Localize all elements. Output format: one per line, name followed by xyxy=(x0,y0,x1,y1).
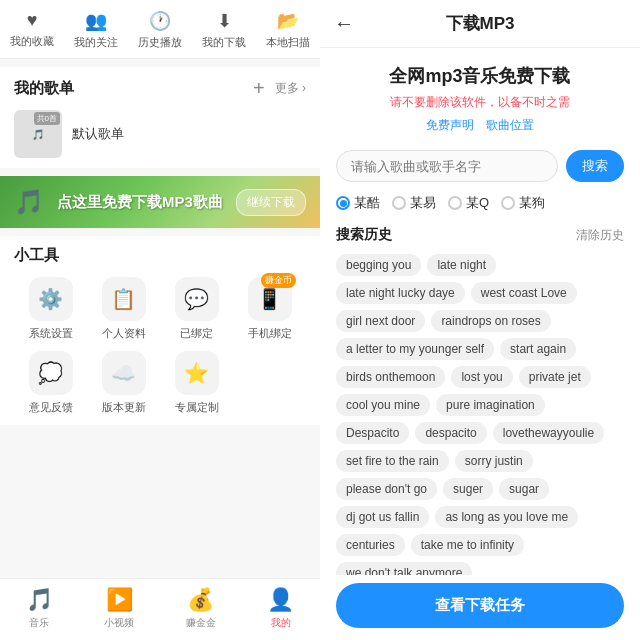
banner-continue-button[interactable]: 继续下载 xyxy=(236,189,306,216)
history-title: 搜索历史 xyxy=(336,226,392,244)
radio-group: 某酷 某易 某Q 某狗 xyxy=(320,190,640,220)
tag-item[interactable]: birds onthemoon xyxy=(336,366,445,388)
playlist-item[interactable]: 共0首 🎵 默认歌单 xyxy=(14,110,306,158)
tool-feedback[interactable]: 💭 意见反馈 xyxy=(14,351,87,415)
tool-bound[interactable]: 💬 已绑定 xyxy=(160,277,233,341)
tag-item[interactable]: dj got us fallin xyxy=(336,506,429,528)
radio-dot-mougou xyxy=(501,196,515,210)
nav-local-scan[interactable]: 📂 本地扫描 xyxy=(266,10,310,50)
bottom-nav-video[interactable]: ▶️ 小视频 xyxy=(104,587,134,630)
tool-customize[interactable]: ⭐ 专属定制 xyxy=(160,351,233,415)
tool-phone-bind-label: 手机绑定 xyxy=(248,326,292,341)
history-header: 搜索历史 清除历史 xyxy=(320,220,640,250)
follow-icon: 👥 xyxy=(85,10,107,32)
tools-title: 小工具 xyxy=(14,246,306,265)
right-panel-title: 下载MP3 xyxy=(446,12,515,35)
playlist-title: 我的歌单 xyxy=(14,79,74,98)
search-input[interactable] xyxy=(336,150,558,182)
promo-section: 全网mp3音乐免费下载 请不要删除该软件，以备不时之需 免费声明 歌曲位置 xyxy=(320,48,640,142)
phone-bind-icon: 📱 赚金币 xyxy=(248,277,292,321)
tag-item[interactable]: centuries xyxy=(336,534,405,556)
tool-update-label: 版本更新 xyxy=(102,400,146,415)
tag-item[interactable]: lost you xyxy=(451,366,512,388)
tag-item[interactable]: begging you xyxy=(336,254,421,276)
playlist-thumbnail: 共0首 🎵 xyxy=(14,110,62,158)
tag-item[interactable]: late night xyxy=(427,254,496,276)
radio-dot-mouyi xyxy=(392,196,406,210)
tool-profile-label: 个人资料 xyxy=(102,326,146,341)
search-button[interactable]: 搜索 xyxy=(566,150,624,182)
playlist-actions: + 更多 › xyxy=(253,77,306,100)
tag-item[interactable]: as long as you love me xyxy=(435,506,578,528)
music-nav-icon: 🎵 xyxy=(26,587,53,613)
download-banner[interactable]: 🎵 点这里免费下载MP3歌曲 继续下载 xyxy=(0,176,320,228)
tag-item[interactable]: we don't talk anymore xyxy=(336,562,472,575)
view-download-tasks-button[interactable]: 查看下载任务 xyxy=(336,583,624,628)
bottom-nav-earn[interactable]: 💰 赚金金 xyxy=(186,587,216,630)
tag-item[interactable]: start again xyxy=(500,338,576,360)
right-panel: ← 下载MP3 全网mp3音乐免费下载 请不要删除该软件，以备不时之需 免费声明… xyxy=(320,0,640,640)
system-settings-icon: ⚙️ xyxy=(29,277,73,321)
top-nav: ♥ 我的收藏 👥 我的关注 🕐 历史播放 ⬇ 我的下载 📂 本地扫描 xyxy=(0,0,320,59)
promo-links: 免费声明 歌曲位置 xyxy=(336,117,624,134)
search-bar: 搜索 xyxy=(320,142,640,190)
tags-container: begging youlate nightlate night lucky da… xyxy=(320,250,640,575)
bottom-nav-mine[interactable]: 👤 我的 xyxy=(267,587,294,630)
radio-moukoo[interactable]: 某酷 xyxy=(336,194,380,212)
tag-item[interactable]: sorry justin xyxy=(455,450,533,472)
back-button[interactable]: ← xyxy=(334,12,354,35)
radio-mouq[interactable]: 某Q xyxy=(448,194,489,212)
right-header: ← 下载MP3 xyxy=(320,0,640,48)
nav-my-collection[interactable]: ♥ 我的收藏 xyxy=(10,10,54,50)
playlist-section: 我的歌单 + 更多 › 共0首 🎵 默认歌单 xyxy=(0,67,320,168)
tag-item[interactable]: private jet xyxy=(519,366,591,388)
tag-item[interactable]: cool you mine xyxy=(336,394,430,416)
tag-item[interactable]: despacito xyxy=(415,422,486,444)
radio-mouyi[interactable]: 某易 xyxy=(392,194,436,212)
tools-section: 小工具 ⚙️ 系统设置 📋 个人资料 💬 已绑定 📱 赚金币 手机绑定 xyxy=(0,236,320,425)
song-location-link[interactable]: 歌曲位置 xyxy=(486,117,534,134)
tool-customize-label: 专属定制 xyxy=(175,400,219,415)
download-icon: ⬇ xyxy=(217,10,232,32)
nav-my-follow[interactable]: 👥 我的关注 xyxy=(74,10,118,50)
tool-bound-label: 已绑定 xyxy=(180,326,213,341)
nav-my-download[interactable]: ⬇ 我的下载 xyxy=(202,10,246,50)
playlist-count: 共0首 xyxy=(34,112,60,125)
collection-icon: ♥ xyxy=(27,10,38,31)
customize-icon: ⭐ xyxy=(175,351,219,395)
history-icon: 🕐 xyxy=(149,10,171,32)
radio-mougou[interactable]: 某狗 xyxy=(501,194,545,212)
tool-system-settings[interactable]: ⚙️ 系统设置 xyxy=(14,277,87,341)
tag-item[interactable]: please don't go xyxy=(336,478,437,500)
tag-item[interactable]: suger xyxy=(443,478,493,500)
banner-text: 点这里免费下载MP3歌曲 xyxy=(57,193,223,212)
tag-item[interactable]: take me to infinity xyxy=(411,534,524,556)
tag-item[interactable]: Despacito xyxy=(336,422,409,444)
playlist-more-button[interactable]: 更多 › xyxy=(275,80,306,97)
tag-item[interactable]: late night lucky daye xyxy=(336,282,465,304)
scan-icon: 📂 xyxy=(277,10,299,32)
tag-item[interactable]: sugar xyxy=(499,478,549,500)
phone-bind-badge: 赚金币 xyxy=(261,273,296,288)
tool-phone-bind[interactable]: 📱 赚金币 手机绑定 xyxy=(233,277,306,341)
tag-item[interactable]: set fire to the rain xyxy=(336,450,449,472)
tag-item[interactable]: pure imagination xyxy=(436,394,545,416)
bottom-nav-music[interactable]: 🎵 音乐 xyxy=(26,587,53,630)
free-statement-link[interactable]: 免费声明 xyxy=(426,117,474,134)
earn-nav-icon: 💰 xyxy=(187,587,214,613)
history-clear-button[interactable]: 清除历史 xyxy=(576,227,624,244)
playlist-add-button[interactable]: + xyxy=(253,77,265,100)
update-icon: ☁️ xyxy=(102,351,146,395)
left-panel: ♥ 我的收藏 👥 我的关注 🕐 历史播放 ⬇ 我的下载 📂 本地扫描 我的歌单 … xyxy=(0,0,320,640)
tool-update[interactable]: ☁️ 版本更新 xyxy=(87,351,160,415)
tool-profile[interactable]: 📋 个人资料 xyxy=(87,277,160,341)
tag-item[interactable]: a letter to my younger self xyxy=(336,338,494,360)
radio-dot-mouq xyxy=(448,196,462,210)
tag-item[interactable]: west coast Love xyxy=(471,282,577,304)
tag-item[interactable]: lovethewayyoulie xyxy=(493,422,604,444)
playlist-name: 默认歌单 xyxy=(72,125,124,143)
tag-item[interactable]: girl next door xyxy=(336,310,425,332)
tag-item[interactable]: raindrops on roses xyxy=(431,310,550,332)
nav-history[interactable]: 🕐 历史播放 xyxy=(138,10,182,50)
promo-sub-text: 请不要删除该软件，以备不时之需 xyxy=(336,94,624,111)
